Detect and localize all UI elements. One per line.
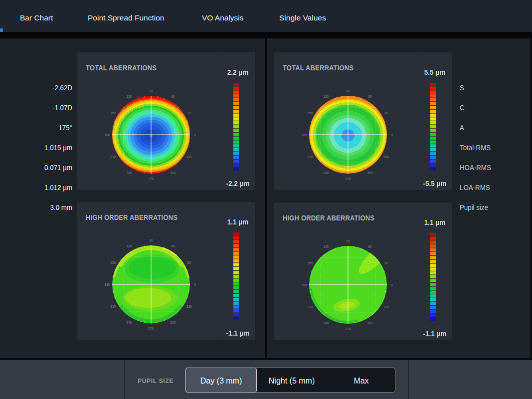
svg-text:180: 180 <box>302 283 307 287</box>
svg-text:150: 150 <box>110 111 116 115</box>
svg-text:240: 240 <box>324 321 329 325</box>
svg-text:300: 300 <box>367 171 373 175</box>
svg-text:0: 0 <box>391 283 393 287</box>
svg-text:240: 240 <box>324 171 329 175</box>
svg-text:180: 180 <box>105 133 110 137</box>
svg-text:0: 0 <box>194 133 196 137</box>
svg-text:210: 210 <box>307 305 313 309</box>
svg-text:120: 120 <box>324 95 329 98</box>
svg-text:330: 330 <box>383 305 389 309</box>
svg-text:330: 330 <box>186 155 192 159</box>
svg-text:0: 0 <box>194 283 196 286</box>
svg-text:90: 90 <box>149 89 153 93</box>
svg-text:120: 120 <box>127 95 132 98</box>
svg-text:150: 150 <box>110 261 116 264</box>
svg-text:240: 240 <box>127 171 132 175</box>
svg-text:330: 330 <box>186 305 192 308</box>
svg-text:90: 90 <box>346 89 350 93</box>
svg-text:270: 270 <box>346 327 351 331</box>
svg-text:300: 300 <box>171 171 176 175</box>
svg-text:60: 60 <box>171 95 175 98</box>
svg-text:180: 180 <box>302 133 307 137</box>
svg-text:30: 30 <box>187 111 191 115</box>
svg-text:270: 270 <box>149 327 154 330</box>
svg-text:30: 30 <box>384 111 388 115</box>
svg-text:270: 270 <box>346 177 351 181</box>
svg-text:60: 60 <box>368 245 372 248</box>
svg-text:300: 300 <box>367 321 373 325</box>
svg-text:210: 210 <box>110 155 116 159</box>
svg-text:30: 30 <box>384 261 388 265</box>
svg-text:120: 120 <box>127 244 132 248</box>
svg-text:0: 0 <box>391 133 393 137</box>
svg-text:270: 270 <box>149 177 154 181</box>
svg-text:330: 330 <box>383 155 389 159</box>
svg-text:90: 90 <box>346 239 350 243</box>
svg-text:30: 30 <box>187 261 191 264</box>
svg-text:150: 150 <box>307 111 313 115</box>
svg-text:60: 60 <box>171 244 175 248</box>
svg-text:90: 90 <box>149 239 153 242</box>
svg-text:180: 180 <box>105 283 110 286</box>
svg-text:240: 240 <box>127 321 132 324</box>
svg-text:210: 210 <box>110 305 116 308</box>
svg-text:300: 300 <box>171 321 176 324</box>
svg-text:150: 150 <box>307 261 313 265</box>
svg-text:60: 60 <box>368 95 372 98</box>
svg-text:210: 210 <box>307 155 313 159</box>
svg-text:120: 120 <box>324 245 329 248</box>
